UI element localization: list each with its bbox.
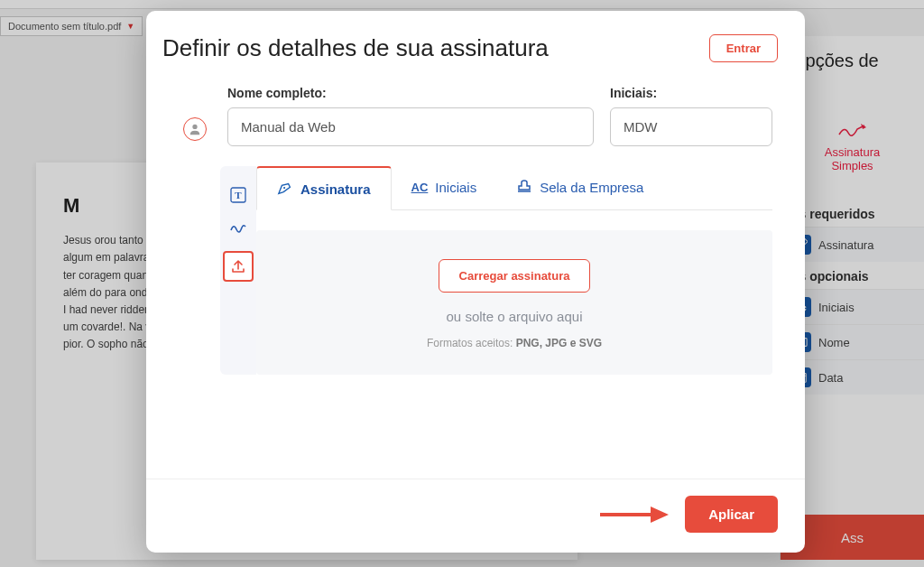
pointer-arrow-icon [598, 504, 670, 525]
initials-ac-icon: AC [411, 181, 429, 194]
svg-point-8 [283, 187, 285, 189]
modal-footer: Aplicar [146, 479, 805, 553]
full-name-group: Nome completo: [227, 86, 594, 146]
avatar-column [179, 117, 211, 146]
type-text-method[interactable]: T [227, 184, 249, 206]
modal-title: Definir os detalhes de sua assinatura [162, 34, 549, 62]
upload-dropzone[interactable]: Carregar assinatura ou solte o arquivo a… [256, 230, 772, 375]
name-form-row: Nome completo: Iniciais: [179, 86, 772, 146]
login-button[interactable]: Entrar [709, 34, 778, 62]
modal-body: Nome completo: Iniciais: T [146, 71, 805, 479]
user-avatar-icon [183, 117, 207, 141]
initials-input[interactable] [610, 107, 772, 146]
signature-details-modal: Definir os detalhes de sua assinatura En… [146, 11, 805, 553]
pen-nib-icon [277, 181, 293, 196]
upload-icon [230, 258, 246, 274]
initials-group: Iniciais: [610, 86, 772, 146]
full-name-input[interactable] [227, 107, 594, 146]
initials-label: Iniciais: [610, 86, 772, 100]
drop-hint-text: ou solte o arquivo aqui [274, 309, 754, 324]
signature-method-rail: T [220, 166, 256, 375]
apply-button[interactable]: Aplicar [685, 496, 778, 533]
upload-signature-button[interactable]: Carregar assinatura [439, 259, 591, 293]
formats-prefix: Formatos aceitos: [427, 337, 516, 349]
tab-label: Iniciais [435, 180, 476, 195]
svg-text:T: T [235, 190, 242, 200]
svg-point-5 [192, 125, 197, 129]
tab-company-stamp[interactable]: Sela da Empresa [496, 166, 663, 209]
tab-initials[interactable]: AC Iniciais [392, 166, 497, 209]
upload-method[interactable] [225, 253, 252, 280]
text-t-icon: T [230, 187, 246, 203]
draw-squiggle-icon [229, 221, 247, 237]
accepted-formats: Formatos aceitos: PNG, JPG e SVG [274, 337, 754, 349]
full-name-label: Nome completo: [227, 86, 594, 100]
signature-area: T [220, 166, 772, 375]
stamp-icon [516, 179, 532, 195]
signature-main-panel: Assinatura AC Iniciais Sela da Empresa [256, 166, 772, 375]
signature-tabs: Assinatura AC Iniciais Sela da Empresa [256, 166, 772, 210]
tab-label: Assinatura [300, 181, 371, 197]
formats-list: PNG, JPG e SVG [516, 337, 602, 349]
modal-header: Definir os detalhes de sua assinatura En… [146, 11, 805, 71]
tab-signature[interactable]: Assinatura [256, 166, 392, 210]
draw-method[interactable] [227, 218, 249, 240]
tab-label: Sela da Empresa [540, 180, 643, 195]
